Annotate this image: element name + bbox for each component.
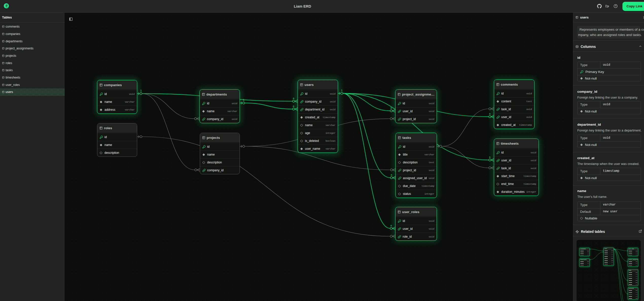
- svg-text:n: n: [489, 113, 491, 116]
- svg-text:n: n: [489, 156, 491, 159]
- svg-text:1: 1: [140, 89, 142, 92]
- svg-text:n: n: [390, 107, 392, 110]
- svg-text:n: n: [293, 97, 294, 100]
- svg-text:n: n: [391, 174, 392, 177]
- svg-text:n: n: [293, 105, 294, 108]
- svg-text:n: n: [390, 224, 392, 227]
- svg-text:1: 1: [243, 99, 244, 102]
- svg-text:1: 1: [341, 89, 343, 92]
